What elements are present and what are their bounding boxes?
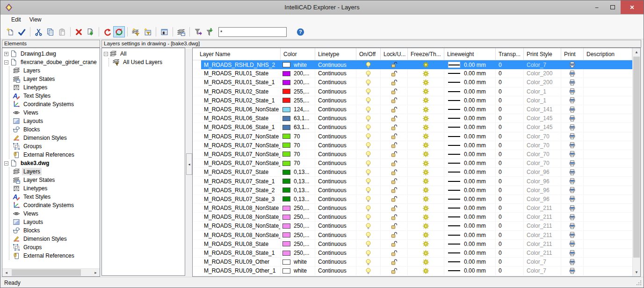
description-cell[interactable]	[584, 96, 632, 105]
color-cell[interactable]: 250,...	[281, 222, 315, 230]
layer-filter-input[interactable]	[218, 27, 287, 37]
thawed-icon[interactable]	[422, 214, 429, 221]
maximize-button[interactable]	[605, 0, 621, 14]
unlock-icon[interactable]	[391, 97, 398, 104]
print-cell[interactable]	[561, 87, 584, 96]
print-style-cell[interactable]: Color_211	[524, 204, 561, 212]
description-cell[interactable]	[584, 141, 632, 150]
linetype-cell[interactable]: Continuous	[315, 249, 356, 257]
lock-cell[interactable]	[381, 150, 408, 158]
transparency-cell[interactable]: 0	[496, 213, 524, 221]
thawed-icon[interactable]	[422, 187, 429, 194]
layer-row[interactable]: M_ROADS_RUL06_NonState124,...Continuous0…	[193, 105, 640, 114]
freeze-cell[interactable]	[408, 186, 444, 194]
on-off-cell[interactable]	[356, 186, 381, 194]
bulb-on-icon[interactable]	[365, 142, 372, 149]
print-style-cell[interactable]: Color_70	[524, 159, 561, 167]
thawed-icon[interactable]	[422, 61, 429, 68]
tree-item-external-references[interactable]: External References	[13, 151, 100, 159]
paste-button[interactable]	[56, 26, 68, 37]
lineweight-cell[interactable]: 0.00 mm	[444, 231, 496, 239]
tree-item-all[interactable]: −All	[103, 50, 185, 58]
freeze-cell[interactable]	[408, 159, 444, 167]
color-swatch[interactable]	[282, 80, 290, 85]
color-cell[interactable]: white	[281, 258, 315, 266]
freeze-cell[interactable]	[408, 69, 444, 78]
layer-row[interactable]: M_ROADS_RUL08_NonState_2250,...Continuou…	[193, 222, 640, 230]
layer-row-cells[interactable]: M_ROADS_RUL07_State_30,13...Continuous0.…	[201, 195, 640, 204]
color-swatch[interactable]	[282, 259, 290, 265]
bulb-on-icon[interactable]	[365, 151, 372, 158]
layer-name-cell[interactable]: M_ROADS_RUL02_State	[201, 87, 281, 96]
lineweight-cell[interactable]: 0.00 mm	[444, 141, 496, 150]
splitter-collapse-button[interactable]: ◂	[186, 153, 192, 175]
color-swatch[interactable]	[282, 206, 290, 211]
tree-item-views[interactable]: Views	[13, 209, 100, 218]
unlock-icon[interactable]	[391, 70, 398, 77]
freeze-cell[interactable]	[408, 114, 444, 122]
color-cell[interactable]: 200,...	[281, 69, 315, 78]
description-cell[interactable]	[584, 168, 632, 176]
description-cell[interactable]	[584, 78, 632, 86]
on-off-cell[interactable]	[356, 231, 381, 239]
lineweight-cell[interactable]: 0.00 mm	[444, 87, 496, 96]
bulb-on-icon[interactable]	[365, 115, 372, 122]
layer-row[interactable]: M_ROADS_RUL08_State_1250,...Continuous0.…	[193, 249, 640, 258]
lineweight-cell[interactable]: 0.00 mm	[444, 213, 496, 221]
color-swatch[interactable]	[282, 89, 290, 94]
layer-row-cells[interactable]: M_ROADS_RUL01_State200,...Continuous0.00…	[201, 69, 640, 78]
freeze-cell[interactable]	[408, 258, 444, 266]
linetype-cell[interactable]: Continuous	[315, 141, 356, 150]
color-cell[interactable]: 250,...	[281, 213, 315, 221]
print-cell[interactable]	[561, 78, 584, 86]
layer-name-cell[interactable]: M_ROADS_RUL08_NonState_3	[201, 231, 281, 239]
unlock-icon[interactable]	[391, 79, 398, 86]
layer-row[interactable]: M_ROADS_RUL02_State_1255,...Continuous0.…	[193, 96, 640, 105]
layer-row-cells[interactable]: M_ROADS_RSHLD_NHS_2whiteContinuous0.00 m…	[201, 60, 640, 69]
unlock-icon[interactable]	[391, 231, 398, 238]
description-cell[interactable]	[584, 258, 632, 266]
linetype-cell[interactable]: Continuous	[315, 69, 356, 78]
description-cell[interactable]	[584, 159, 632, 167]
description-cell[interactable]	[584, 266, 632, 275]
freeze-cell[interactable]	[408, 60, 444, 69]
description-cell[interactable]	[584, 123, 632, 131]
color-cell[interactable]: 255,...	[281, 96, 315, 105]
purge-button[interactable]	[85, 26, 96, 37]
printer-icon[interactable]	[569, 223, 576, 230]
print-style-cell[interactable]: Color_70	[524, 150, 561, 158]
print-cell[interactable]	[561, 60, 584, 69]
linetype-cell[interactable]: Continuous	[315, 123, 356, 131]
color-cell[interactable]: 63,1...	[281, 123, 315, 131]
tree-item-all-used-layers[interactable]: All Used Layers	[112, 58, 185, 66]
freeze-cell[interactable]	[408, 96, 444, 105]
column-header-transp[interactable]: Transp...	[496, 48, 524, 60]
cut-button[interactable]	[33, 26, 44, 37]
tree-item-groups[interactable]: Groups	[13, 243, 100, 252]
printer-icon[interactable]	[569, 79, 576, 86]
linetype-cell[interactable]: Continuous	[315, 240, 356, 248]
print-cell[interactable]	[561, 222, 584, 230]
layer-name-cell[interactable]: M_ROADS_RUL08_NonState_2	[201, 222, 281, 230]
layer-row[interactable]: M_ROADS_RUL07_State_10,13...Continuous0.…	[193, 177, 640, 186]
unlock-icon[interactable]	[391, 169, 398, 176]
unlock-icon[interactable]	[391, 187, 398, 194]
lineweight-cell[interactable]: 0.00 mm	[444, 266, 496, 275]
transparency-cell[interactable]: 0	[496, 186, 524, 194]
description-cell[interactable]	[584, 222, 632, 230]
copy-button[interactable]	[44, 26, 56, 37]
lock-cell[interactable]	[381, 78, 408, 86]
layer-row-cells[interactable]: M_ROADS_RUL02_State_1255,...Continuous0.…	[201, 96, 640, 105]
layer-name-cell[interactable]: M_ROADS_RUL08_State_1	[201, 249, 281, 257]
bulb-on-icon[interactable]	[365, 169, 372, 176]
unlock-icon[interactable]	[391, 115, 398, 122]
lineweight-cell[interactable]: 0.00 mm	[444, 150, 496, 158]
print-cell[interactable]	[561, 249, 584, 257]
transparency-cell[interactable]: 0	[496, 69, 524, 78]
lock-cell[interactable]	[381, 204, 408, 212]
layer-row-cells[interactable]: M_ROADS_RUL08_State_1250,...Continuous0.…	[201, 249, 640, 258]
print-cell[interactable]	[561, 240, 584, 248]
bulb-on-icon[interactable]	[365, 250, 372, 257]
layer-row-cells[interactable]: M_ROADS_RUL06_State63,1...Continuous0.00…	[201, 114, 640, 123]
on-off-cell[interactable]	[356, 69, 381, 78]
